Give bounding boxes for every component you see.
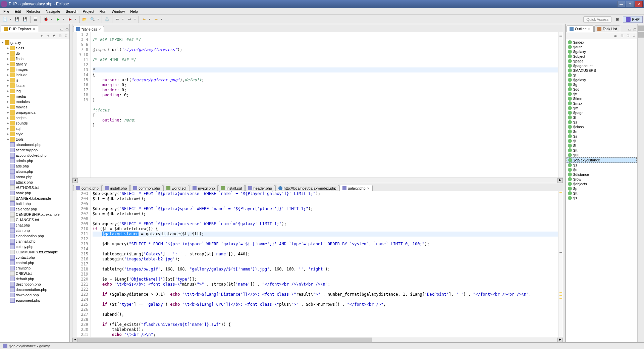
outline-item[interactable]: $galaxy [567, 49, 637, 54]
tree-file[interactable]: documentation.php [1, 287, 69, 292]
sort-icon[interactable]: a↓ [613, 33, 619, 38]
tree-file[interactable]: control.php [1, 260, 69, 265]
horizontal-scrollbar[interactable]: ◀ ▶ [72, 337, 563, 342]
open-perspective-button[interactable]: ⊞ [613, 16, 621, 23]
save-all-button[interactable]: 💾 [21, 16, 29, 23]
next-annotation-button[interactable]: ⇨ [126, 16, 133, 23]
menu-file[interactable]: File [1, 9, 12, 14]
trim-stack[interactable] [637, 24, 644, 342]
editor-tab[interactable]: config.php [73, 185, 102, 191]
editor-tab-style-css[interactable]: *style.css ✕ [73, 26, 104, 32]
tree-file[interactable]: colony.php [1, 244, 69, 249]
link-editor-icon[interactable]: ⇄ [51, 33, 57, 38]
outline-item[interactable]: $distance [567, 172, 637, 177]
tree-file[interactable]: BANNER.txt.example [1, 196, 69, 201]
outline-item[interactable]: $auth [567, 45, 637, 49]
tree-file[interactable]: AUTHORS.txt [1, 185, 69, 190]
new-dropdown[interactable]: ▼ [9, 18, 13, 20]
outline-item[interactable]: $p [567, 186, 637, 191]
tree-file[interactable]: abandoned.php [1, 142, 69, 147]
tree-file[interactable]: accountlocked.php [1, 153, 69, 158]
editor-tab[interactable]: header.php [245, 185, 275, 191]
outline-item[interactable]: $s [567, 120, 637, 124]
project-tree[interactable]: ▾galaxy▸class▸db▸flash▸gallery▸images▸in… [0, 39, 69, 342]
run-button[interactable]: ▶ [54, 16, 62, 23]
tree-file[interactable]: equipment.php [1, 298, 69, 303]
minimize-view-button[interactable]: ▭ [627, 27, 632, 32]
new-button[interactable]: 📄 [1, 16, 9, 23]
save-button[interactable]: 💾 [13, 16, 21, 23]
forward-nav-icon[interactable]: ⇒ [45, 33, 51, 38]
editor-tab[interactable]: install.sql [218, 185, 245, 191]
search-dropdown[interactable]: ▼ [97, 18, 100, 20]
tree-folder[interactable]: ▸sql [1, 126, 69, 131]
outline-item[interactable]: $s [567, 163, 637, 167]
tree-file[interactable]: arena.php [1, 174, 69, 180]
tree-folder[interactable]: ▸flash [1, 56, 69, 61]
overview-ruler[interactable] [558, 32, 563, 178]
outline-item[interactable]: $max [567, 101, 637, 106]
tree-file[interactable]: default.php [1, 276, 69, 282]
tree-folder[interactable]: ▸tools [1, 137, 69, 142]
tree-folder[interactable]: ▸log [1, 88, 69, 94]
tree-folder[interactable]: ▸class [1, 45, 69, 51]
tree-file[interactable]: clanhall.php [1, 239, 69, 244]
maximize-view-button[interactable]: ▢ [632, 27, 637, 32]
code-editor-php[interactable]: $db->query("SELECT * FROM `${prefix}univ… [91, 191, 558, 337]
editor-tab[interactable]: world.sql [163, 185, 189, 191]
tree-file[interactable]: crew.php [1, 265, 69, 271]
close-icon[interactable]: ✕ [367, 187, 370, 190]
outline-item[interactable]: $tt [567, 92, 637, 96]
outline-item[interactable]: $i [567, 139, 637, 143]
outline-item[interactable]: $s [567, 196, 637, 200]
focus-icon[interactable]: ⊙ [631, 33, 637, 38]
tree-folder[interactable]: ▸sounds [1, 120, 69, 126]
code-editor-css[interactable]: /* ### IMPORT ### */ @import url("style/… [91, 32, 558, 178]
tree-file[interactable]: attack.php [1, 180, 69, 185]
outline-item[interactable]: $time [567, 96, 637, 101]
outline-item[interactable]: $u [567, 167, 637, 172]
external-tools-dropdown[interactable]: ▼ [74, 18, 78, 20]
tree-file[interactable]: description.php [1, 282, 69, 287]
tree-file[interactable]: CREW.txt [1, 271, 69, 276]
outline-item[interactable]: $m [567, 106, 637, 110]
menu-refactor[interactable]: Refactor [24, 9, 43, 14]
trim-icon[interactable] [638, 26, 644, 31]
tree-folder[interactable]: ▸movies [1, 104, 69, 110]
outline-item[interactable]: $object [567, 54, 637, 59]
tree-file[interactable]: bank.php [1, 190, 69, 196]
menu-window[interactable]: Window [109, 9, 127, 14]
view-menu-icon[interactable]: ▽ [63, 33, 69, 38]
editor-tab[interactable]: install.php [102, 185, 130, 191]
outline-item[interactable]: $i [567, 143, 637, 148]
editor-tab[interactable]: mysql.php [190, 185, 218, 191]
tree-file[interactable]: clan.php [1, 228, 69, 233]
tree-file[interactable]: clandonation.php [1, 233, 69, 239]
back-nav-icon[interactable]: ⇐ [39, 33, 45, 38]
menu-project[interactable]: Project [80, 9, 97, 14]
horizontal-scrollbar[interactable]: ◀▶ [72, 178, 563, 183]
group-icon[interactable]: ⊡ [625, 33, 631, 38]
tree-file[interactable]: chat.php [1, 222, 69, 228]
outline-item[interactable]: $tt [567, 191, 637, 196]
tree-file[interactable]: contact.php [1, 255, 69, 260]
tree-folder[interactable]: ▸media [1, 94, 69, 99]
toggle-breadcrumb-button[interactable]: ☰ [32, 16, 39, 23]
back-button[interactable]: ⬅ [140, 16, 148, 23]
outline-item[interactable]: $row [567, 177, 637, 182]
maximize-view-button[interactable]: ▢ [64, 27, 69, 32]
outline-item[interactable]: $n [567, 129, 637, 134]
sash-right[interactable] [563, 24, 566, 342]
forward-button[interactable]: ➡ [152, 16, 160, 23]
php-explorer-tab[interactable]: PHP Explorer ✕ [1, 26, 38, 32]
outline-item[interactable]: $uu [567, 153, 637, 157]
outline-item[interactable]: $tt [567, 148, 637, 153]
search-button[interactable]: 🔍 [89, 16, 96, 23]
open-type-button[interactable]: 📂 [81, 16, 88, 23]
tree-file[interactable]: COMMUNITY.txt.example [1, 249, 69, 255]
outline-item[interactable]: $MAXUSERS [567, 68, 637, 73]
collapse-all-icon[interactable]: ⊟ [57, 33, 63, 38]
marker-bar[interactable] [72, 32, 77, 178]
outline-item[interactable]: $page [567, 59, 637, 63]
overview-ruler[interactable] [558, 191, 563, 337]
